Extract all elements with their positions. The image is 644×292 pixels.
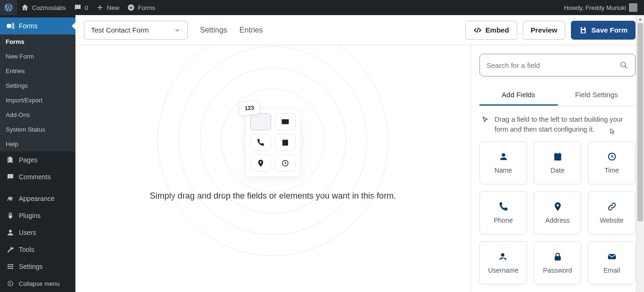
form-canvas[interactable]: 123 Simply drag and drop the fields or e… [75, 45, 471, 292]
slot-calendar [275, 134, 296, 151]
sidebar-item-forms[interactable]: Forms [0, 17, 75, 34]
field-username[interactable]: Username [479, 241, 527, 284]
site-name-link[interactable]: Cozmoslabs [17, 0, 70, 15]
link-icon [607, 201, 617, 212]
sidebar-sub-newform[interactable]: New Form [0, 49, 75, 64]
sidebar-item-plugins[interactable]: Plugins [0, 207, 75, 224]
code-icon [473, 26, 482, 34]
sidebar-sub-addons[interactable]: Add-Ons [0, 108, 75, 122]
search-icon [619, 60, 628, 70]
field-address[interactable]: Address [534, 191, 581, 234]
field-phone[interactable]: Phone [479, 191, 527, 234]
sidebar-item-pages[interactable]: Pages [0, 151, 75, 168]
plus-icon [96, 3, 104, 12]
slot-pin [250, 155, 271, 172]
field-website[interactable]: Website [588, 191, 636, 234]
comments-count: 0 [85, 4, 88, 11]
sidebar-label: Forms [19, 22, 38, 30]
avatar [629, 3, 637, 12]
sidebar-item-appearance[interactable]: Appearance [0, 190, 75, 207]
new-content-link[interactable]: New [92, 0, 123, 15]
field-label: Password [543, 267, 572, 274]
svg-point-7 [12, 264, 13, 266]
my-account[interactable]: Howdy, Freddy Muriuki [564, 3, 640, 12]
plugins-icon [6, 211, 15, 220]
svg-point-9 [12, 267, 13, 269]
pin-icon [553, 201, 563, 212]
lock-icon [553, 251, 563, 262]
search-input[interactable] [487, 61, 619, 69]
embed-button[interactable]: Embed [465, 21, 517, 40]
scroll-thumb[interactable] [637, 23, 643, 221]
sidebar-sub-forms[interactable]: Forms [0, 34, 75, 49]
sidebar-sub-settings[interactable]: Settings [0, 78, 75, 93]
wp-logo-menu[interactable] [0, 0, 17, 15]
scroll-up-icon[interactable] [636, 15, 644, 23]
field-label: Email [603, 267, 620, 274]
sidebar-sub-label: Settings [6, 82, 28, 89]
field-date[interactable]: Date [534, 141, 581, 184]
pages-icon [6, 155, 15, 165]
phone-icon [498, 201, 509, 212]
sidebar-label: Settings [19, 263, 43, 270]
wp-sidebar: Media Forms Forms New Form Entries Setti… [0, 15, 75, 292]
page-scrollbar[interactable] [636, 15, 644, 292]
chevron-down-icon [174, 27, 181, 33]
form-icon [127, 3, 135, 12]
field-password[interactable]: Password [534, 241, 581, 284]
mail-icon [607, 251, 617, 262]
svg-point-3 [9, 230, 12, 233]
sidebar-item-tools[interactable]: Tools [0, 241, 75, 258]
new-label: New [107, 4, 119, 11]
sidebar-item-users[interactable]: Users [0, 224, 75, 241]
field-time[interactable]: Time [588, 141, 636, 184]
form-select-dropdown[interactable]: Test Contact Form [84, 21, 188, 40]
sidebar-sub-label: New Form [6, 53, 34, 60]
sidebar-sub-label: System Status [6, 126, 45, 133]
drop-slot [250, 113, 271, 130]
field-search[interactable] [479, 54, 636, 76]
sidebar-sub-label: Forms [6, 38, 25, 45]
topbar-entries-link[interactable]: Entries [239, 26, 263, 34]
form-select-value: Test Contact Form [91, 26, 149, 34]
svg-rect-2 [12, 23, 14, 29]
field-name[interactable]: Name [479, 141, 527, 184]
comments-link[interactable]: 0 [70, 0, 92, 15]
sidebar-label: Appearance [19, 195, 55, 202]
sidebar-item-settings[interactable]: Settings [0, 258, 75, 275]
topbar-settings-link[interactable]: Settings [200, 26, 227, 34]
slot-phone [250, 134, 271, 151]
slot-mail [275, 113, 296, 130]
field-label: Name [495, 167, 512, 174]
svg-point-18 [621, 62, 626, 67]
sidebar-label: Media [19, 15, 37, 17]
forms-adminbar-link[interactable]: Forms [123, 0, 159, 15]
field-label: Address [545, 217, 570, 224]
preview-button[interactable]: Preview [523, 21, 566, 40]
svg-point-0 [128, 4, 134, 11]
sidebar-sub-label: Add-Ons [6, 111, 30, 118]
sidebar-sub-entries[interactable]: Entries [0, 64, 75, 78]
sidebar-sub-help[interactable]: Help [0, 137, 75, 151]
comment-icon [74, 3, 82, 12]
tab-field-settings[interactable]: Field Settings [558, 85, 636, 106]
field-label: Time [604, 167, 619, 174]
sidebar-label: Users [19, 229, 36, 236]
sidebar-label: Tools [19, 246, 34, 253]
collapse-menu[interactable]: Collapse menu [0, 275, 75, 292]
sidebar-sub-status[interactable]: System Status [0, 122, 75, 137]
field-label: Website [600, 217, 623, 224]
canvas-instruction: Simply drag and drop the fields or eleme… [150, 191, 396, 201]
sidebar-sub-label: Entries [6, 67, 25, 75]
save-icon [579, 26, 587, 34]
embed-label: Embed [486, 26, 509, 34]
sidebar-item-comments[interactable]: Comments [0, 168, 75, 185]
tab-add-fields[interactable]: Add Fields [479, 85, 558, 106]
site-name-text: Cozmoslabs [32, 4, 66, 11]
save-form-button[interactable]: Save Form [571, 21, 636, 40]
field-email[interactable]: Email [588, 241, 636, 284]
clock-icon [607, 151, 617, 162]
settings-icon [6, 262, 15, 271]
field-label: Phone [494, 217, 512, 224]
sidebar-sub-import[interactable]: Import/Export [0, 93, 75, 108]
